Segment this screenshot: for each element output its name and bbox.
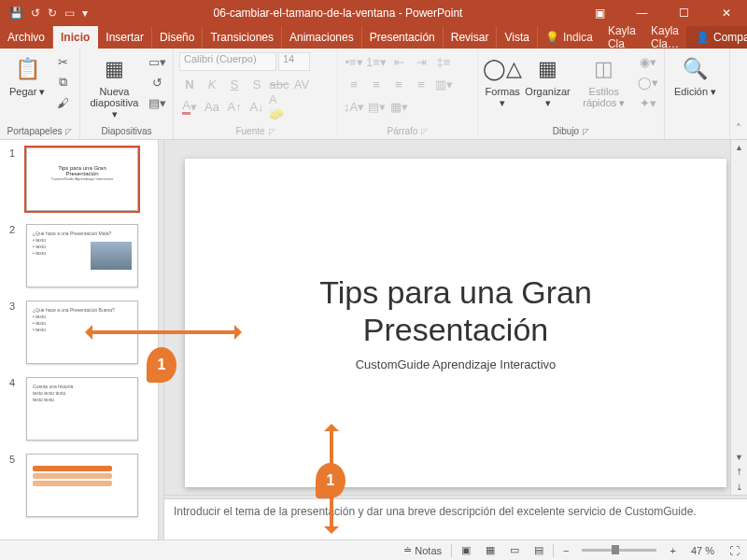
tab-archivo[interactable]: Archivo xyxy=(0,26,53,49)
tab-insertar[interactable]: Insertar xyxy=(98,26,152,49)
minimize-button[interactable]: — xyxy=(621,0,663,26)
notas-toggle-button[interactable]: ≐ Notas xyxy=(396,540,449,560)
share-label: Compartir xyxy=(713,31,747,44)
slide-sorter-view-button[interactable]: ▦ xyxy=(478,540,502,560)
zoom-in-button[interactable]: + xyxy=(662,540,683,560)
tab-revisar[interactable]: Revisar xyxy=(444,26,498,49)
organizar-button[interactable]: ▦ Organizar ▾ xyxy=(525,52,570,110)
shape-outline-icon[interactable]: ◯▾ xyxy=(638,73,658,91)
columns-icon[interactable]: ▥▾ xyxy=(433,75,454,93)
shape-effects-icon[interactable]: ✦▾ xyxy=(638,93,658,112)
slide-thumbnails-pane[interactable]: 1 Tips para una GranPresentación CustomG… xyxy=(0,140,159,539)
smartart-icon[interactable]: ▦▾ xyxy=(388,97,409,116)
undo-icon[interactable]: ↺ xyxy=(31,7,40,20)
slide-subtitle[interactable]: CustomGuide Aprendizaje Interactivo xyxy=(356,357,557,371)
annotation-callout-1a: 1 xyxy=(147,347,176,383)
fit-to-window-button[interactable]: ⛶ xyxy=(722,540,747,560)
font-size-combo[interactable]: 14 xyxy=(278,52,310,71)
font-color-icon[interactable]: A▾ xyxy=(179,97,200,116)
align-left-icon[interactable]: ≡ xyxy=(344,75,364,93)
slide-title[interactable]: Tips para una Gran Presentación xyxy=(319,274,592,347)
slide-canvas[interactable]: Tips para una Gran Presentación CustomGu… xyxy=(185,159,726,487)
portapapeles-launcher-icon[interactable]: ◸ xyxy=(65,127,72,136)
slideshow-icon: ▤ xyxy=(534,544,543,556)
cut-icon[interactable]: ✂ xyxy=(52,52,73,71)
qat-dropdown-icon[interactable]: ▾ xyxy=(82,7,88,20)
text-direction-icon[interactable]: ↕A▾ xyxy=(344,97,364,116)
signed-in-user-2[interactable]: Kayla Cla… xyxy=(643,26,686,49)
ribbon-display-options-icon[interactable]: ▣ xyxy=(579,0,621,26)
strikethrough-icon[interactable]: abc xyxy=(269,75,289,93)
zoom-percent[interactable]: 47 % xyxy=(684,540,722,560)
parrafo-launcher-icon[interactable]: ◸ xyxy=(421,127,428,136)
increase-indent-icon[interactable]: ⇥ xyxy=(411,52,431,71)
italic-icon[interactable]: K xyxy=(202,75,222,93)
format-painter-icon[interactable]: 🖌 xyxy=(52,93,73,112)
align-right-icon[interactable]: ≡ xyxy=(388,75,409,93)
align-center-icon[interactable]: ≡ xyxy=(366,75,387,93)
copy-icon[interactable]: ⧉ xyxy=(52,73,73,91)
tab-transiciones[interactable]: Transiciones xyxy=(203,26,282,49)
group-diapositivas: ▦ Nueva diapositiva ▾ ▭▾ ↺ ▤▾ Diapositiv… xyxy=(80,49,174,139)
save-icon[interactable]: 💾 xyxy=(9,7,23,20)
zoom-slider-thumb[interactable] xyxy=(612,545,619,554)
zoom-slider[interactable] xyxy=(582,549,656,552)
change-case-icon[interactable]: Aa xyxy=(202,97,222,116)
signed-in-user-1[interactable]: Kayla Cla xyxy=(600,26,643,49)
section-icon[interactable]: ▤▾ xyxy=(147,93,167,112)
justify-icon[interactable]: ≡ xyxy=(411,75,431,93)
formas-button[interactable]: ◯△ Formas ▾ xyxy=(484,52,521,110)
shrink-font-icon[interactable]: A↓ xyxy=(247,97,267,116)
slide-thumbnail-1[interactable]: Tips para una GranPresentación CustomGui… xyxy=(26,147,138,211)
slide-canvas-area[interactable]: Tips para una Gran Presentación CustomGu… xyxy=(164,140,747,495)
scroll-down-icon[interactable]: ▼ xyxy=(731,450,747,465)
align-text-icon[interactable]: ▤▾ xyxy=(366,97,387,116)
redo-icon[interactable]: ↻ xyxy=(48,7,57,20)
reading-view-button[interactable]: ▭ xyxy=(502,540,527,560)
character-spacing-icon[interactable]: AV xyxy=(291,75,312,93)
layout-icon[interactable]: ▭▾ xyxy=(147,52,167,71)
slide-thumbnail-4[interactable]: Cuenta una historiatexto texto textotext… xyxy=(26,377,138,441)
bold-icon[interactable]: N xyxy=(179,75,200,93)
normal-view-button[interactable]: ▣ xyxy=(454,540,478,560)
edicion-button[interactable]: 🔍 Edición ▾ xyxy=(670,52,720,99)
decrease-indent-icon[interactable]: ⇤ xyxy=(388,52,409,71)
shadow-icon[interactable]: S xyxy=(247,75,267,93)
slide-thumbnail-2[interactable]: ¿Qué hace a una Presentación Mala?• text… xyxy=(26,224,138,287)
fuente-launcher-icon[interactable]: ◸ xyxy=(269,127,275,136)
slide-sorter-icon: ▦ xyxy=(486,544,495,556)
maximize-button[interactable]: ☐ xyxy=(663,0,705,26)
slide-thumbnail-5[interactable] xyxy=(26,454,138,517)
tab-animaciones[interactable]: Animaciones xyxy=(282,26,362,49)
line-spacing-icon[interactable]: ‡≡ xyxy=(433,52,454,71)
dibujo-launcher-icon[interactable]: ◸ xyxy=(583,127,589,136)
previous-slide-icon[interactable]: ⤒ xyxy=(731,465,747,480)
slideshow-view-button[interactable]: ▤ xyxy=(527,540,551,560)
underline-icon[interactable]: S xyxy=(224,75,245,93)
collapse-ribbon-icon[interactable]: ˄ xyxy=(730,49,747,139)
tab-presentacion[interactable]: Presentación xyxy=(362,26,444,49)
tell-me-search[interactable]: 💡 Indica xyxy=(538,26,600,49)
estilos-rapidos-button[interactable]: ◫ Estilos rápidos ▾ xyxy=(574,52,634,110)
notes-icon: ≐ xyxy=(403,544,412,556)
share-button[interactable]: 👤 Compartir xyxy=(686,26,747,49)
start-from-beginning-icon[interactable]: ▭ xyxy=(64,7,75,20)
zoom-out-button[interactable]: − xyxy=(556,540,576,560)
close-button[interactable]: ✕ xyxy=(705,0,747,26)
vertical-scrollbar[interactable]: ▲ ▼ ⤒ ⤓ xyxy=(730,140,747,495)
scroll-up-icon[interactable]: ▲ xyxy=(731,140,747,155)
bullets-icon[interactable]: •≡▾ xyxy=(344,52,364,71)
grow-font-icon[interactable]: A↑ xyxy=(224,97,245,116)
pegar-button[interactable]: 📋 Pegar ▾ xyxy=(6,52,49,99)
tab-inicio[interactable]: Inicio xyxy=(53,26,98,49)
next-slide-icon[interactable]: ⤓ xyxy=(731,480,747,495)
font-name-combo[interactable]: Calibri (Cuerpo) xyxy=(179,52,276,71)
numbering-icon[interactable]: 1≡▾ xyxy=(366,52,387,71)
nueva-diapositiva-button[interactable]: ▦ Nueva diapositiva ▾ xyxy=(86,52,143,121)
clear-formatting-icon[interactable]: A🧽 xyxy=(269,97,289,116)
notes-pane[interactable]: Introducir el tema de la presentación y … xyxy=(164,498,747,539)
shape-fill-icon[interactable]: ◉▾ xyxy=(638,52,658,71)
tab-vista[interactable]: Vista xyxy=(497,26,537,49)
tab-diseno[interactable]: Diseño xyxy=(152,26,203,49)
reset-icon[interactable]: ↺ xyxy=(147,73,167,91)
